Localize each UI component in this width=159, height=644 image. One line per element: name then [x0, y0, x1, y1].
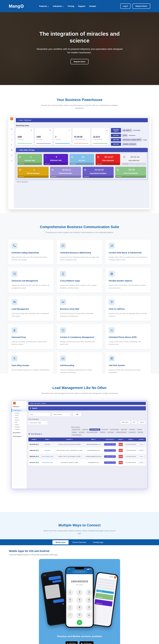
- view-pro-dashboard-link[interactable]: View Pro Dashboard: [16, 181, 148, 182]
- nav-item[interactable]: Pricing: [68, 5, 74, 7]
- add-to-contacts-link[interactable]: Add to Contacts: [66, 584, 93, 586]
- status-filter-chip[interactable]: Imported: [136, 428, 142, 430]
- status-filter-chip[interactable]: Transferred: [128, 428, 136, 430]
- connect-tab[interactable]: Mobile Apps: [52, 540, 68, 544]
- nav-item[interactable]: Industries ⌄: [53, 5, 64, 7]
- sms-icon[interactable]: [38, 456, 39, 457]
- hamburger-menu-icon[interactable]: ☰: [10, 117, 13, 120]
- view-more-link[interactable]: View More›: [18, 163, 42, 165]
- table-column-header[interactable]: GROUP: [117, 438, 124, 442]
- crm-sidebar-item[interactable]: DataFiles: [12, 426, 27, 428]
- info-action-link[interactable]: Change: [143, 139, 147, 140]
- status-filter-chip[interactable]: Phone Submission: [71, 434, 82, 436]
- crm-sidebar-item[interactable]: My Numbers ›: [12, 431, 27, 434]
- view-more-link[interactable]: View More›: [50, 176, 81, 178]
- keypad-key[interactable]: 8TUV: [76, 604, 83, 611]
- keypad-key[interactable]: 0+: [76, 612, 83, 618]
- brand-logo[interactable]: Mang: [9, 4, 24, 9]
- keypad-key[interactable]: 5JKL: [76, 597, 83, 603]
- keypad-key[interactable]: #: [86, 612, 92, 618]
- sidebar-icon[interactable]: ▤: [11, 128, 12, 130]
- crm-search-input[interactable]: [28, 412, 50, 416]
- status-filter-chip[interactable]: Email Sent: [99, 431, 106, 433]
- status-filter-chip[interactable]: SMS sent: [137, 431, 144, 433]
- table-column-header[interactable]: ADDED: [124, 438, 137, 442]
- crm-sidebar-item[interactable]: DND: [12, 421, 27, 424]
- info-action-link[interactable]: Add Balance: [129, 135, 136, 136]
- crm-sidebar-item[interactable]: Dashboard: [12, 405, 27, 408]
- lead-name[interactable]: Asheville Detox Center: [40, 460, 55, 466]
- call-icon[interactable]: [36, 450, 37, 451]
- row-action-button[interactable]: Action ▾: [138, 455, 145, 458]
- view-more-link[interactable]: View More›: [82, 176, 114, 178]
- sms-icon[interactable]: [38, 444, 39, 445]
- keypad-key[interactable]: 3DEF: [86, 589, 92, 596]
- table-column-header[interactable]: EMAIL: [84, 438, 103, 442]
- view-more-link[interactable]: View More›: [18, 176, 48, 178]
- app-store-badge[interactable]: ▶ GET IT ONGoogle Play: [80, 641, 94, 644]
- view-more-link[interactable]: View More›: [70, 163, 94, 165]
- request-demo-button[interactable]: Request Demo: [132, 4, 150, 9]
- go-button[interactable]: GO: [73, 412, 82, 416]
- nav-item[interactable]: Support: [78, 5, 85, 7]
- connect-tab[interactable]: Desktop Apps: [90, 540, 106, 544]
- crm-sidebar-item[interactable]: Contacts: [12, 412, 27, 414]
- lead-name[interactable]: Abria Detox: [40, 442, 55, 448]
- table-column-header[interactable]: NAME: [40, 438, 55, 442]
- sidebar-icon[interactable]: ✆: [11, 144, 12, 146]
- group-select[interactable]: --Select a Group--: [52, 412, 71, 416]
- nav-item[interactable]: Contact: [89, 5, 96, 7]
- table-column-header[interactable]: COUNTRY: [55, 438, 84, 442]
- crm-sidebar-item[interactable]: Lead Fusion ›: [12, 409, 27, 412]
- sidebar-icon[interactable]: ⚙: [11, 160, 12, 162]
- table-column-header[interactable]: LEAD STATUS: [103, 438, 117, 442]
- lead-name[interactable]: Aloha Detox: [40, 448, 55, 454]
- keypad-key[interactable]: 1: [67, 589, 73, 596]
- keypad-key[interactable]: 7PQRS: [67, 604, 73, 611]
- row-action-button[interactable]: Action ▾: [138, 443, 145, 446]
- sidebar-icon[interactable]: ✉: [11, 154, 12, 156]
- keypad-key[interactable]: 6MNO: [86, 597, 92, 603]
- lead-name[interactable]: Arizona Addiction Center: [40, 454, 55, 460]
- view-more-link[interactable]: View More›: [115, 176, 146, 178]
- sidebar-icon[interactable]: ♙: [11, 138, 12, 140]
- crm-action-button[interactable]: New: [131, 420, 137, 424]
- crm-sidebar-item[interactable]: Groups: [12, 414, 27, 416]
- gear-icon[interactable]: [28, 433, 30, 435]
- status-filter-chip[interactable]: Disconnected Number: [86, 431, 98, 433]
- keypad-key[interactable]: 4GHI: [67, 597, 73, 603]
- status-filter-chip[interactable]: ★ Hot Lead: [101, 428, 108, 430]
- status-filter-chip[interactable]: Warm Lead: [120, 428, 128, 430]
- keypad-key[interactable]: *: [67, 612, 73, 618]
- view-more-link[interactable]: View More›: [44, 163, 68, 165]
- login-button[interactable]: Log In: [120, 4, 130, 9]
- status-filter-chip[interactable]: Not Yet Interested: [109, 428, 120, 430]
- info-action-link[interactable]: Add New (98): [133, 130, 140, 131]
- status-filter-chip[interactable]: Sale Closed: [107, 431, 114, 433]
- connect-tab[interactable]: Chrome Extension: [69, 540, 89, 544]
- crm-sidebar-item[interactable]: Upload: [12, 424, 27, 426]
- crm-action-button[interactable]: Export ▾: [138, 420, 146, 424]
- sidebar-icon[interactable]: ▦: [11, 149, 12, 151]
- crm-action-button[interactable]: Bulk Actions: [120, 420, 130, 424]
- status-filter-chip[interactable]: No Answer: [78, 431, 85, 433]
- table-column-header[interactable]: PHONE: [28, 438, 40, 442]
- status-filter-chip[interactable]: Appointment Set: [71, 428, 81, 430]
- call-icon[interactable]: [36, 456, 37, 457]
- call-button[interactable]: ✆: [77, 620, 82, 625]
- status-filter-chip[interactable]: Future Follow Up: [90, 428, 100, 430]
- app-store-badge[interactable]: ● Download on theApp Store: [66, 641, 78, 644]
- status-filter-chip[interactable]: Call Back Scheduled: [115, 431, 127, 433]
- table-column-header[interactable]: ACTION: [137, 438, 146, 442]
- sms-icon[interactable]: [38, 462, 39, 463]
- crm-sidebar-item[interactable]: Configure: [12, 428, 27, 430]
- sms-icon[interactable]: [38, 450, 39, 451]
- status-filter-chip[interactable]: Voicemail Left: [128, 431, 136, 433]
- row-action-button[interactable]: Action ▾: [138, 461, 145, 464]
- nav-item[interactable]: Features ⌄: [39, 5, 49, 7]
- view-more-link[interactable]: View More›: [122, 163, 146, 165]
- view-more-link[interactable]: View More›: [96, 163, 120, 165]
- status-filter-chip[interactable]: Dead Lead: [82, 428, 89, 430]
- hero-request-demo-button[interactable]: Request Demo: [70, 59, 88, 64]
- crm-sidebar-item[interactable]: Virtual Agents ›: [12, 435, 27, 438]
